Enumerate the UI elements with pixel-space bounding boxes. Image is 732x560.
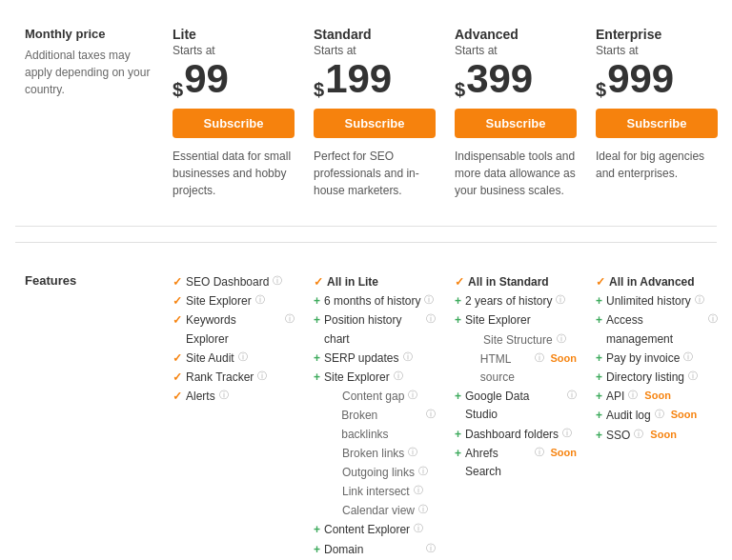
subscribe-button-lite[interactable]: Subscribe: [173, 109, 295, 138]
info-icon[interactable]: ⓘ: [567, 388, 577, 403]
plan-price: 99: [184, 59, 229, 99]
info-icon[interactable]: ⓘ: [255, 292, 265, 308]
feature-text: Dashboard folders: [465, 426, 559, 444]
info-icon[interactable]: ⓘ: [695, 292, 704, 308]
subscribe-button-advanced[interactable]: Subscribe: [455, 109, 577, 138]
check-icon: ✓: [173, 311, 182, 330]
price-row: $ 99: [173, 59, 295, 99]
feature-text: Position history chart: [324, 311, 422, 348]
feature-item: +SSOⓘSoon: [596, 427, 718, 445]
feature-text: Site Explorer: [324, 369, 390, 387]
feature-text: Keywords Explorer: [186, 311, 281, 348]
feature-text: Broken backlinks: [341, 407, 422, 443]
feature-text: Google Data Studio: [465, 388, 563, 424]
feature-col-3: ✓All in Advanced+Unlimited historyⓘ+Acce…: [586, 266, 727, 560]
feature-col-0: ✓SEO Dashboardⓘ✓Site Explorerⓘ✓Keywords …: [163, 266, 304, 560]
feature-item: Link intersectⓘ: [314, 483, 436, 501]
plus-icon: +: [314, 350, 320, 368]
info-icon[interactable]: ⓘ: [414, 521, 423, 536]
info-icon[interactable]: ⓘ: [285, 311, 295, 327]
feature-text: Outgoing links: [342, 464, 415, 482]
plan-name: Advanced: [455, 27, 577, 42]
info-icon[interactable]: ⓘ: [562, 426, 572, 441]
feature-item: ✓Rank Trackerⓘ: [173, 369, 295, 387]
info-icon[interactable]: ⓘ: [238, 350, 248, 365]
info-icon[interactable]: ⓘ: [688, 369, 698, 384]
feature-item: +Position history chartⓘ: [314, 311, 436, 348]
info-icon[interactable]: ⓘ: [424, 292, 434, 308]
info-icon[interactable]: ⓘ: [219, 388, 229, 403]
feature-item: ✓Site Explorerⓘ: [173, 292, 295, 310]
features-row: Features ✓SEO Dashboardⓘ✓Site Explorerⓘ✓…: [15, 266, 717, 560]
feature-item: +Site Explorer: [455, 311, 577, 330]
feature-item: Broken linksⓘ: [314, 445, 436, 463]
feature-item: ✓SEO Dashboardⓘ: [173, 273, 295, 291]
plan-description: Ideal for big agencies and enterprises.: [596, 148, 718, 182]
feature-text: Audit log: [606, 407, 651, 425]
info-icon[interactable]: ⓘ: [535, 445, 544, 460]
plus-icon: +: [596, 369, 602, 387]
plus-icon: +: [455, 311, 461, 330]
feature-item: Calendar viewⓘ: [314, 502, 436, 520]
feature-text: Domain Comparison: [324, 541, 422, 560]
feature-text: 6 months of history: [324, 292, 420, 310]
feature-col-2: ✓All in Standard+2 years of historyⓘ+Sit…: [445, 266, 586, 560]
info-icon[interactable]: ⓘ: [655, 407, 664, 422]
info-icon[interactable]: ⓘ: [557, 331, 566, 347]
info-icon[interactable]: ⓘ: [556, 292, 565, 308]
plus-icon: +: [314, 521, 320, 539]
feature-item: +6 months of historyⓘ: [314, 292, 436, 310]
feature-text: Site Explorer: [186, 292, 252, 310]
info-icon[interactable]: ⓘ: [708, 311, 718, 327]
feature-text: Alerts: [186, 388, 215, 406]
feature-item: +Dashboard foldersⓘ: [455, 426, 577, 444]
feature-item: +Pay by invoiceⓘ: [596, 350, 718, 368]
check-icon: ✓: [173, 350, 182, 368]
feature-item: +APIⓘSoon: [596, 388, 718, 406]
plan-col-enterprise: Enterprise Starts at $ 999 Subscribe Ide…: [586, 19, 727, 207]
feature-item: +Access managementⓘ: [596, 311, 718, 348]
feature-item: Content gapⓘ: [314, 388, 436, 406]
plus-icon: +: [314, 292, 320, 310]
info-icon[interactable]: ⓘ: [683, 350, 693, 365]
feature-text: Directory listing: [606, 369, 684, 387]
info-icon[interactable]: ⓘ: [403, 350, 413, 365]
info-icon[interactable]: ⓘ: [394, 369, 403, 384]
price-row: $ 399: [455, 59, 577, 99]
plus-icon: +: [314, 311, 320, 330]
feature-text: Broken links: [342, 445, 404, 463]
monthly-price-col: Monthly price Additional taxes may apply…: [15, 19, 163, 207]
feature-text: 2 years of history: [465, 292, 552, 310]
info-icon[interactable]: ⓘ: [426, 407, 436, 422]
plan-description: Perfect for SEO professionals and in-hou…: [314, 148, 436, 199]
pricing-table: Monthly price Additional taxes may apply…: [0, 0, 732, 560]
feature-item: +Domain Comparisonⓘ: [314, 541, 436, 560]
currency-symbol: $: [596, 80, 606, 99]
feature-header: ✓All in Advanced: [596, 273, 718, 291]
feature-item: +Unlimited historyⓘ: [596, 292, 718, 310]
plus-icon: +: [596, 311, 602, 330]
info-icon[interactable]: ⓘ: [628, 388, 638, 403]
info-icon[interactable]: ⓘ: [414, 483, 423, 498]
plan-col-advanced: Advanced Starts at $ 399 Subscribe Indis…: [445, 19, 586, 207]
info-icon[interactable]: ⓘ: [273, 273, 282, 289]
plus-icon: +: [455, 388, 461, 406]
info-icon[interactable]: ⓘ: [535, 350, 544, 366]
info-icon[interactable]: ⓘ: [408, 388, 417, 403]
check-icon: ✓: [314, 273, 323, 291]
info-icon[interactable]: ⓘ: [426, 311, 436, 327]
feature-text: SERP updates: [324, 350, 399, 368]
section-divider: [15, 242, 717, 243]
info-icon[interactable]: ⓘ: [634, 427, 643, 442]
info-icon[interactable]: ⓘ: [418, 464, 428, 479]
info-icon[interactable]: ⓘ: [426, 541, 436, 556]
subscribe-button-standard[interactable]: Subscribe: [314, 109, 436, 138]
plus-icon: +: [596, 388, 602, 406]
feature-item: ✓Keywords Explorerⓘ: [173, 311, 295, 348]
feature-text: Rank Tracker: [186, 369, 254, 387]
info-icon[interactable]: ⓘ: [418, 502, 428, 517]
info-icon[interactable]: ⓘ: [257, 369, 267, 384]
info-icon[interactable]: ⓘ: [408, 445, 417, 460]
subscribe-button-enterprise[interactable]: Subscribe: [596, 109, 718, 138]
check-icon: ✓: [173, 273, 182, 291]
